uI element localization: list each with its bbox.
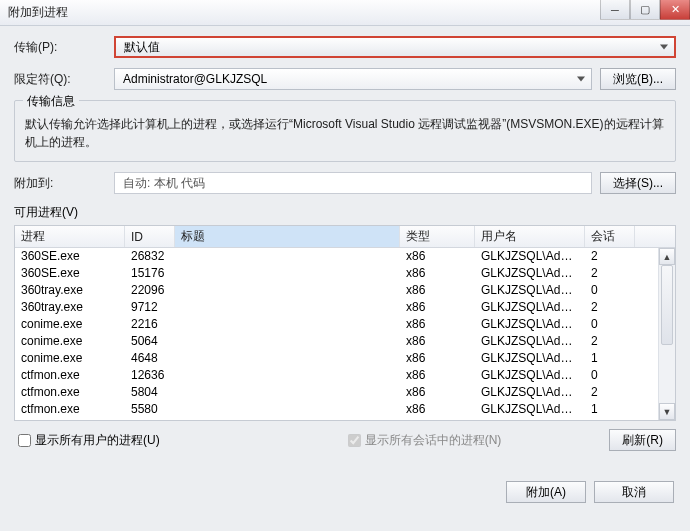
cell-session: 2 xyxy=(585,249,635,263)
dialog-content: 传输(P): 默认值 限定符(Q): Administrator@GLKJZSQ… xyxy=(0,26,690,515)
cell-type: x86 xyxy=(400,385,475,399)
attach-to-label: 附加到: xyxy=(14,175,114,192)
cell-user: GLKJZSQL\Adminis... xyxy=(475,402,585,416)
cancel-button[interactable]: 取消 xyxy=(594,481,674,503)
transport-value: 默认值 xyxy=(124,39,160,56)
cell-id: 5064 xyxy=(125,334,175,348)
title-bar: 附加到进程 ─ ▢ ✕ xyxy=(0,0,690,26)
cell-type: x86 xyxy=(400,334,475,348)
table-body: 360SE.exe26832x86GLKJZSQL\Adminis...2360… xyxy=(15,248,675,420)
close-button[interactable]: ✕ xyxy=(660,0,690,20)
table-row[interactable]: conime.exe2216x86GLKJZSQL\Adminis...0 xyxy=(15,316,675,333)
process-table: 进程 ID 标题 类型 用户名 会话 360SE.exe26832x86GLKJ… xyxy=(14,225,676,421)
qualifier-combobox[interactable]: Administrator@GLKJZSQL xyxy=(114,68,592,90)
cell-user: GLKJZSQL\Adminis... xyxy=(475,385,585,399)
cell-user: GLKJZSQL\Adminis... xyxy=(475,419,585,420)
table-row[interactable]: ctfmon.exe5804x86GLKJZSQL\Adminis...2 xyxy=(15,384,675,401)
cell-type: x86 xyxy=(400,317,475,331)
cell-user: GLKJZSQL\Adminis... xyxy=(475,334,585,348)
transport-info-text: 默认传输允许选择此计算机上的进程，或选择运行“Microsoft Visual … xyxy=(25,115,665,151)
scroll-down-icon[interactable]: ▼ xyxy=(659,403,675,420)
cell-process: 360SE.exe xyxy=(15,249,125,263)
cell-process: 360SE.exe xyxy=(15,266,125,280)
cell-user: GLKJZSQL\Adminis... xyxy=(475,283,585,297)
refresh-button[interactable]: 刷新(R) xyxy=(609,429,676,451)
table-header: 进程 ID 标题 类型 用户名 会话 xyxy=(15,226,675,248)
cell-process: 360tray.exe xyxy=(15,283,125,297)
col-type[interactable]: 类型 xyxy=(400,226,475,247)
show-all-users-input[interactable] xyxy=(18,434,31,447)
cell-user: GLKJZSQL\Adminis... xyxy=(475,249,585,263)
show-all-users-checkbox[interactable]: 显示所有用户的进程(U) xyxy=(14,431,160,450)
table-row[interactable]: 360SE.exe26832x86GLKJZSQL\Adminis...2 xyxy=(15,248,675,265)
cell-id: 2216 xyxy=(125,317,175,331)
table-row[interactable]: 360tray.exe9712x86GLKJZSQL\Adminis...2 xyxy=(15,299,675,316)
cell-user: GLKJZSQL\Adminis... xyxy=(475,368,585,382)
table-row[interactable]: 360tray.exe22096x86GLKJZSQL\Adminis...0 xyxy=(15,282,675,299)
attach-button[interactable]: 附加(A) xyxy=(506,481,586,503)
scroll-track[interactable] xyxy=(659,265,675,403)
col-session[interactable]: 会话 xyxy=(585,226,635,247)
available-label: 可用进程(V) xyxy=(14,204,676,221)
transport-label: 传输(P): xyxy=(14,39,114,56)
cell-session: 2 xyxy=(585,385,635,399)
table-row[interactable]: 360SE.exe15176x86GLKJZSQL\Adminis...2 xyxy=(15,265,675,282)
cell-process: conime.exe xyxy=(15,351,125,365)
window-title: 附加到进程 xyxy=(8,4,68,21)
qualifier-value: Administrator@GLKJZSQL xyxy=(123,72,267,86)
cell-session: 1 xyxy=(585,351,635,365)
chevron-down-icon xyxy=(577,77,585,82)
dialog-footer: 附加(A) 取消 xyxy=(14,481,676,503)
qualifier-label: 限定符(Q): xyxy=(14,71,114,88)
select-button[interactable]: 选择(S)... xyxy=(600,172,676,194)
cell-session: 1 xyxy=(585,402,635,416)
transport-info-title: 传输信息 xyxy=(23,93,79,110)
cell-session: 0 xyxy=(585,419,635,420)
cell-process: ctfmon.exe xyxy=(15,368,125,382)
transport-info-group: 传输信息 默认传输允许选择此计算机上的进程，或选择运行“Microsoft Vi… xyxy=(14,100,676,162)
show-all-sessions-input[interactable] xyxy=(348,434,361,447)
transport-combobox[interactable]: 默认值 xyxy=(114,36,676,58)
maximize-button[interactable]: ▢ xyxy=(630,0,660,20)
minimize-button[interactable]: ─ xyxy=(600,0,630,20)
cell-type: x86 xyxy=(400,249,475,263)
cell-id: 4648 xyxy=(125,351,175,365)
scroll-up-icon[interactable]: ▲ xyxy=(659,248,675,265)
cell-user: GLKJZSQL\Adminis... xyxy=(475,317,585,331)
table-row[interactable]: ctfmon.exe5580x86GLKJZSQL\Adminis...1 xyxy=(15,401,675,418)
cell-session: 0 xyxy=(585,283,635,297)
cell-id: 4892 xyxy=(125,419,175,420)
cell-type: x86 xyxy=(400,266,475,280)
cell-id: 22096 xyxy=(125,283,175,297)
cell-user: GLKJZSQL\Adminis... xyxy=(475,266,585,280)
browse-button[interactable]: 浏览(B)... xyxy=(600,68,676,90)
cell-session: 0 xyxy=(585,368,635,382)
cell-session: 2 xyxy=(585,266,635,280)
cell-process: 360tray.exe xyxy=(15,300,125,314)
col-id[interactable]: ID xyxy=(125,226,175,247)
scroll-thumb[interactable] xyxy=(661,265,673,345)
col-title[interactable]: 标题 xyxy=(175,226,400,247)
table-row[interactable]: explorer.exe4892x86GLKJZSQL\Adminis...0 xyxy=(15,418,675,420)
cell-id: 26832 xyxy=(125,249,175,263)
cell-id: 5580 xyxy=(125,402,175,416)
vertical-scrollbar[interactable]: ▲ ▼ xyxy=(658,248,675,420)
cell-user: GLKJZSQL\Adminis... xyxy=(475,351,585,365)
col-process[interactable]: 进程 xyxy=(15,226,125,247)
cell-type: x86 xyxy=(400,419,475,420)
cell-type: x86 xyxy=(400,368,475,382)
cell-session: 0 xyxy=(585,317,635,331)
cell-session: 2 xyxy=(585,334,635,348)
cell-id: 12636 xyxy=(125,368,175,382)
table-row[interactable]: conime.exe4648x86GLKJZSQL\Adminis...1 xyxy=(15,350,675,367)
chevron-down-icon xyxy=(660,45,668,50)
window-controls: ─ ▢ ✕ xyxy=(600,0,690,20)
table-row[interactable]: conime.exe5064x86GLKJZSQL\Adminis...2 xyxy=(15,333,675,350)
col-user[interactable]: 用户名 xyxy=(475,226,585,247)
cell-process: ctfmon.exe xyxy=(15,385,125,399)
table-row[interactable]: ctfmon.exe12636x86GLKJZSQL\Adminis...0 xyxy=(15,367,675,384)
cell-id: 9712 xyxy=(125,300,175,314)
show-all-sessions-checkbox[interactable]: 显示所有会话中的进程(N) xyxy=(344,431,502,450)
cell-type: x86 xyxy=(400,283,475,297)
cell-session: 2 xyxy=(585,300,635,314)
